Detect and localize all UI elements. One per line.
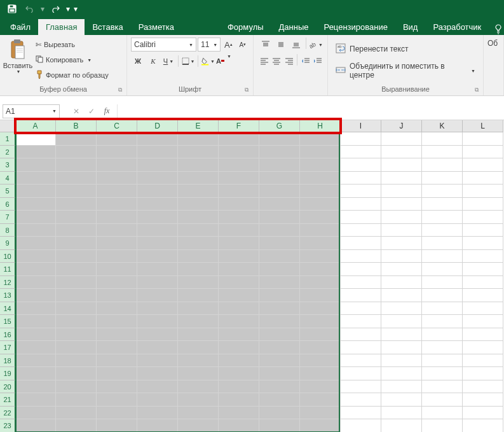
column-header-C[interactable]: C — [97, 120, 137, 132]
cell-E5[interactable] — [178, 185, 219, 198]
cell-D7[interactable] — [137, 211, 178, 224]
increase-font-button[interactable]: A▴ — [222, 38, 235, 52]
cell-L3[interactable] — [463, 158, 503, 172]
name-box[interactable]: A1 ▼ — [3, 104, 60, 118]
row-header-14[interactable]: 14 — [0, 302, 15, 316]
bold-button[interactable]: Ж — [131, 54, 145, 68]
cell-F1[interactable] — [219, 132, 259, 146]
tab-developer[interactable]: Разработчик — [425, 19, 489, 35]
cell-B4[interactable] — [56, 172, 97, 185]
cell-E8[interactable] — [178, 224, 219, 237]
column-header-B[interactable]: B — [56, 120, 97, 132]
cell-I19[interactable] — [341, 367, 381, 380]
cell-D12[interactable] — [137, 276, 178, 289]
cell-A15[interactable] — [15, 315, 56, 328]
cell-G10[interactable] — [259, 250, 300, 263]
row-header-12[interactable]: 12 — [0, 276, 15, 289]
cell-J23[interactable] — [381, 419, 422, 432]
cell-B11[interactable] — [56, 263, 97, 276]
cell-H16[interactable] — [300, 328, 341, 342]
cell-J22[interactable] — [381, 407, 422, 420]
cancel-icon[interactable]: ✕ — [70, 107, 83, 116]
cell-C3[interactable] — [97, 158, 137, 172]
tab-insert[interactable]: Вставка — [85, 19, 130, 35]
cell-E4[interactable] — [178, 172, 219, 185]
row-header-9[interactable]: 9 — [0, 237, 15, 250]
font-name-combo[interactable]: Calibri ▼ — [131, 38, 196, 52]
cell-J1[interactable] — [381, 132, 422, 146]
cell-C10[interactable] — [97, 250, 137, 263]
cell-B22[interactable] — [56, 407, 97, 420]
cell-L5[interactable] — [463, 185, 503, 198]
cell-A10[interactable] — [15, 250, 56, 263]
cell-E20[interactable] — [178, 380, 219, 394]
cell-B14[interactable] — [56, 302, 97, 316]
cell-J21[interactable] — [381, 393, 422, 407]
tab-formulas[interactable]: Формулы — [220, 19, 271, 35]
cell-L23[interactable] — [463, 419, 503, 432]
cell-D15[interactable] — [137, 315, 178, 328]
cell-E10[interactable] — [178, 250, 219, 263]
cell-J8[interactable] — [381, 224, 422, 237]
align-center-button[interactable] — [271, 54, 282, 68]
cell-E21[interactable] — [178, 393, 219, 407]
cell-J20[interactable] — [381, 380, 422, 394]
enter-icon[interactable]: ✓ — [85, 107, 98, 116]
cell-H18[interactable] — [300, 354, 341, 368]
cell-E3[interactable] — [178, 158, 219, 172]
cell-F16[interactable] — [219, 328, 259, 342]
cell-J5[interactable] — [381, 185, 422, 198]
cell-B20[interactable] — [56, 380, 97, 394]
cell-I9[interactable] — [341, 237, 381, 250]
tab-file[interactable]: Файл — [3, 19, 38, 35]
cell-E19[interactable] — [178, 367, 219, 380]
cell-B3[interactable] — [56, 158, 97, 172]
cell-A21[interactable] — [15, 393, 56, 407]
cell-A2[interactable] — [15, 146, 56, 159]
cell-I6[interactable] — [341, 198, 381, 211]
cell-D21[interactable] — [137, 393, 178, 407]
cell-K1[interactable] — [422, 132, 463, 146]
cell-G23[interactable] — [259, 419, 300, 432]
cell-E13[interactable] — [178, 289, 219, 302]
row-header-17[interactable]: 17 — [0, 341, 15, 354]
save-button[interactable] — [4, 1, 20, 17]
cell-D22[interactable] — [137, 407, 178, 420]
tab-view[interactable]: Вид — [395, 19, 426, 35]
cell-H6[interactable] — [300, 198, 341, 211]
cell-J2[interactable] — [381, 146, 422, 159]
cell-A23[interactable] — [15, 419, 56, 432]
cell-L20[interactable] — [463, 380, 503, 394]
borders-button[interactable]: ▼ — [181, 54, 195, 68]
column-header-I[interactable]: I — [341, 120, 381, 132]
cell-A16[interactable] — [15, 328, 56, 342]
cell-G13[interactable] — [259, 289, 300, 302]
cell-H12[interactable] — [300, 276, 341, 289]
row-header-15[interactable]: 15 — [0, 315, 15, 328]
cell-G7[interactable] — [259, 211, 300, 224]
cell-K8[interactable] — [422, 224, 463, 237]
cell-L8[interactable] — [463, 224, 503, 237]
cell-A14[interactable] — [15, 302, 56, 316]
cell-C12[interactable] — [97, 276, 137, 289]
cell-C2[interactable] — [97, 146, 137, 159]
cell-G5[interactable] — [259, 185, 300, 198]
cell-B18[interactable] — [56, 354, 97, 368]
cell-I11[interactable] — [341, 263, 381, 276]
cell-D14[interactable] — [137, 302, 178, 316]
cell-F11[interactable] — [219, 263, 259, 276]
dialog-launcher[interactable]: ⧉ — [243, 85, 250, 92]
cell-E18[interactable] — [178, 354, 219, 368]
cell-D1[interactable] — [137, 132, 178, 146]
cell-A3[interactable] — [15, 158, 56, 172]
cell-D10[interactable] — [137, 250, 178, 263]
cell-L10[interactable] — [463, 250, 503, 263]
row-header-1[interactable]: 1 — [0, 132, 15, 146]
cell-F3[interactable] — [219, 158, 259, 172]
row-header-19[interactable]: 19 — [0, 367, 15, 380]
cell-L22[interactable] — [463, 407, 503, 420]
cell-G18[interactable] — [259, 354, 300, 368]
cell-L18[interactable] — [463, 354, 503, 368]
cell-A7[interactable] — [15, 211, 56, 224]
cell-B12[interactable] — [56, 276, 97, 289]
